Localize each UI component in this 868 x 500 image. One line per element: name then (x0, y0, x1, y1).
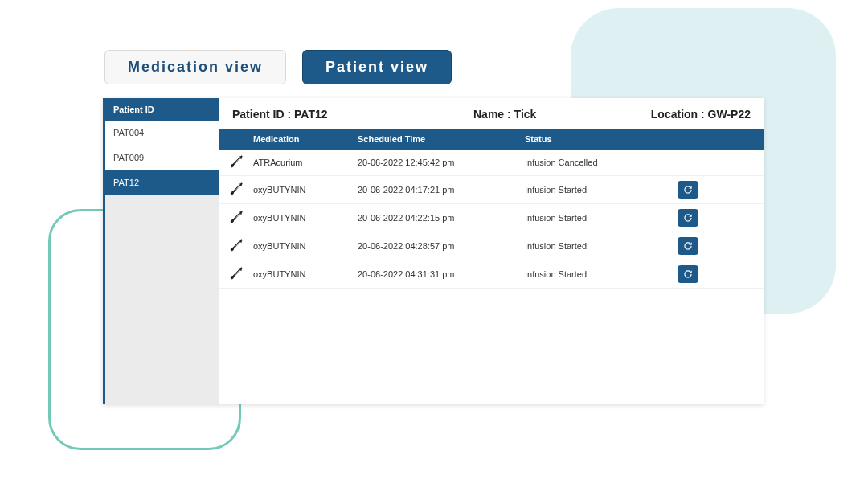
syringe-icon (219, 238, 253, 254)
syringe-icon (219, 266, 253, 282)
table-row: oxyBUTYNIN 20-06-2022 04:17:21 pm Infusi… (219, 176, 764, 204)
refresh-icon (682, 240, 694, 252)
patient-location-display: Location : GW-P22 (651, 108, 751, 121)
status-cell: Infusion Started (525, 269, 678, 279)
refresh-button[interactable] (678, 265, 698, 283)
refresh-button[interactable] (678, 181, 698, 199)
medication-cell: oxyBUTYNIN (253, 241, 358, 251)
main-panel: Patient ID : PAT12 Name : Tick Location … (219, 98, 764, 404)
syringe-icon (219, 210, 253, 226)
patient-info-bar: Patient ID : PAT12 Name : Tick Location … (219, 98, 764, 129)
column-header-medication: Medication (253, 134, 358, 144)
sidebar-item-patient[interactable]: PAT12 (105, 170, 219, 195)
patient-sidebar: Patient ID PAT004 PAT009 PAT12 (103, 98, 219, 404)
refresh-icon (682, 212, 694, 223)
tab-patient-view[interactable]: Patient view (302, 50, 452, 84)
table-row: oxyBUTYNIN 20-06-2022 04:31:31 pm Infusi… (219, 260, 764, 289)
scheduled-time-cell: 20-06-2022 04:31:31 pm (358, 269, 525, 279)
sidebar-item-patient[interactable]: PAT004 (105, 121, 219, 145)
refresh-button[interactable] (678, 237, 698, 255)
patient-id-display: Patient ID : PAT12 (232, 108, 473, 121)
table-row: oxyBUTYNIN 20-06-2022 04:28:57 pm Infusi… (219, 232, 764, 260)
status-cell: Infusion Cancelled (525, 158, 678, 167)
patient-name-value: Tick (514, 108, 537, 121)
scheduled-time-cell: 20-06-2022 04:22:15 pm (358, 213, 525, 223)
patient-location-label: Location : (651, 108, 708, 121)
patient-id-value: PAT12 (294, 108, 328, 121)
syringe-icon (219, 154, 253, 170)
table-row: oxyBUTYNIN 20-06-2022 04:22:15 pm Infusi… (219, 204, 764, 232)
status-cell: Infusion Started (525, 185, 678, 195)
medication-cell: oxyBUTYNIN (253, 185, 358, 195)
refresh-icon (682, 268, 694, 280)
scheduled-time-cell: 20-06-2022 12:45:42 pm (358, 158, 525, 167)
table-row: ATRAcurium 20-06-2022 12:45:42 pm Infusi… (219, 150, 764, 176)
sidebar-header: Patient ID (105, 98, 219, 121)
patient-name-display: Name : Tick (473, 108, 651, 121)
medication-cell: oxyBUTYNIN (253, 269, 358, 279)
sidebar-item-patient[interactable]: PAT009 (105, 145, 219, 170)
patient-view-window: Patient ID PAT004 PAT009 PAT12 Patient I… (103, 98, 764, 404)
medication-cell: oxyBUTYNIN (253, 213, 358, 223)
medication-cell: ATRAcurium (253, 158, 358, 167)
refresh-button[interactable] (678, 209, 698, 227)
status-cell: Infusion Started (525, 241, 678, 251)
scheduled-time-cell: 20-06-2022 04:28:57 pm (358, 241, 525, 251)
patient-id-label: Patient ID : (232, 108, 294, 121)
patient-location-value: GW-P22 (708, 108, 751, 121)
status-cell: Infusion Started (525, 213, 678, 223)
medication-table-header: Medication Scheduled Time Status (219, 129, 764, 150)
scheduled-time-cell: 20-06-2022 04:17:21 pm (358, 185, 525, 195)
syringe-icon (219, 182, 253, 198)
column-header-scheduled-time: Scheduled Time (358, 134, 525, 144)
medication-table-body: ATRAcurium 20-06-2022 12:45:42 pm Infusi… (219, 150, 764, 289)
refresh-icon (682, 184, 694, 195)
view-tabs: Medication view Patient view (104, 50, 452, 84)
patient-name-label: Name : (473, 108, 514, 121)
tab-medication-view[interactable]: Medication view (104, 50, 286, 84)
column-header-status: Status (525, 134, 678, 144)
